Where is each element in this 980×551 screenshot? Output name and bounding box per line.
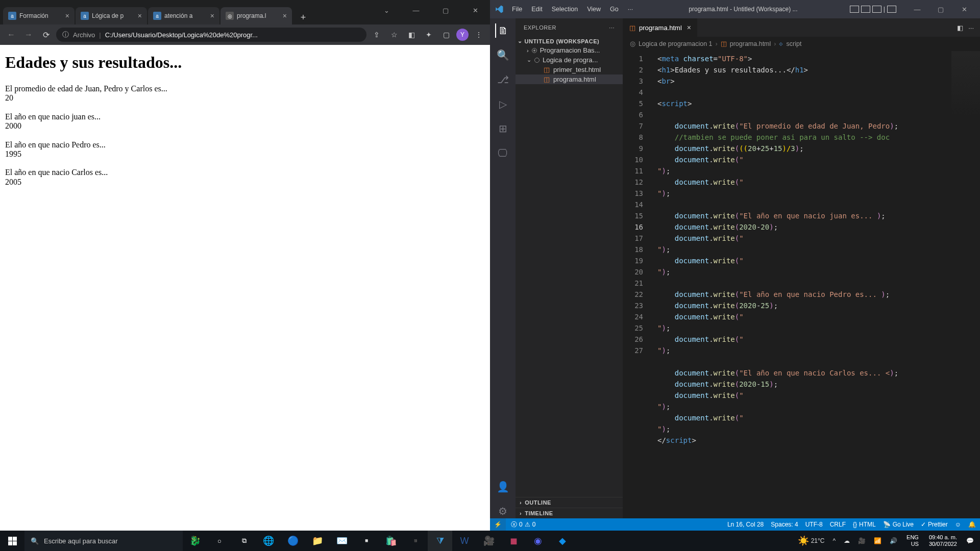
cursor-position[interactable]: Ln 16, Col 28 (727, 521, 764, 528)
menu-edit[interactable]: Edit (528, 4, 546, 14)
tree-file[interactable]: ◫ primer_test.html (516, 65, 623, 74)
indentation-status[interactable]: Spaces: 4 (771, 521, 798, 528)
wifi-icon[interactable]: 📶 (871, 537, 885, 544)
gear-icon[interactable]: ⚙ (496, 504, 510, 518)
menu-go[interactable]: Go (606, 4, 622, 14)
address-bar[interactable]: ⓘ Archivo | C:/Users/Usuario/Desktop/Log… (56, 28, 366, 42)
encoding-status[interactable]: UTF-8 (805, 521, 823, 528)
close-icon[interactable]: × (210, 12, 214, 20)
taskbar-search[interactable]: 🔍 Escribe aquí para buscar (24, 531, 183, 551)
language-mode[interactable]: {} HTML (853, 521, 876, 528)
source-control-icon[interactable]: ⎇ (496, 72, 510, 87)
maximize-button[interactable]: ▢ (431, 0, 460, 20)
workspace-root[interactable]: ⌄ UNTITLED (WORKSPACE) (516, 37, 623, 45)
new-tab-button[interactable]: + (296, 10, 310, 24)
kebab-menu-icon[interactable]: ⋮ (472, 28, 486, 42)
menu-selection[interactable]: Selection (548, 4, 581, 14)
back-button[interactable]: ← (4, 28, 18, 42)
onedrive-icon[interactable]: ☁ (841, 537, 853, 544)
clock[interactable]: 09:40 a. m.30/07/2022 (925, 534, 961, 547)
menu-more[interactable]: ··· (624, 4, 636, 14)
app-icon[interactable]: ◼ (501, 531, 526, 551)
terminal-app-icon[interactable]: ▪️ (403, 531, 428, 551)
layout-controls[interactable]: | (850, 6, 896, 13)
prettier-status[interactable]: ✓ Prettier (921, 521, 948, 528)
notifications-icon[interactable]: 🔔 (968, 521, 976, 528)
app-icon[interactable]: ◧ (404, 28, 419, 42)
customize-layout-icon[interactable] (887, 6, 896, 13)
word-app-icon[interactable]: W (452, 531, 477, 551)
maximize-button[interactable]: ▢ (929, 0, 952, 18)
bookmark-star-icon[interactable]: ☆ (387, 28, 401, 42)
chrome-tab-2[interactable]: a atención a × (148, 7, 219, 24)
search-icon[interactable]: 🔍 (496, 48, 510, 62)
minimize-button[interactable]: — (905, 0, 929, 18)
notifications-icon[interactable]: 💬 (963, 537, 977, 544)
tray-overflow-icon[interactable]: ^ (829, 537, 839, 544)
code-editor[interactable]: 1234567891011121314151617181920212223242… (623, 51, 980, 518)
close-icon[interactable]: × (687, 23, 691, 32)
menu-view[interactable]: View (583, 4, 604, 14)
panel-left-icon[interactable] (850, 6, 859, 13)
more-icon[interactable]: ··· (968, 24, 974, 32)
eol-status[interactable]: CRLF (830, 521, 846, 528)
teamviewer-app-icon[interactable]: ◆ (550, 531, 575, 551)
device-icon[interactable]: ▢ (439, 28, 453, 42)
explorer-app-icon[interactable]: 📁 (305, 531, 330, 551)
breadcrumb-segment[interactable]: programa.html (730, 40, 771, 47)
tree-folder[interactable]: › Programacion Bas... (516, 45, 623, 55)
chevron-down-icon[interactable]: ⌄ (372, 0, 401, 20)
forward-button[interactable]: → (21, 28, 36, 42)
start-button[interactable] (0, 531, 24, 551)
chrome-tab-1[interactable]: a Lógica de p × (76, 7, 147, 24)
extensions-icon[interactable]: ⊞ (496, 121, 510, 136)
run-debug-icon[interactable]: ▷ (496, 97, 510, 111)
more-icon[interactable]: ··· (609, 24, 615, 31)
close-icon[interactable]: × (283, 12, 287, 20)
editor-tab[interactable]: ◫ programa.html × (623, 18, 698, 37)
chrome-tab-3[interactable]: ◎ programa.l × (220, 7, 292, 24)
outline-section[interactable]: › OUTLINE (516, 497, 623, 508)
cortana-icon[interactable]: ○ (207, 531, 232, 551)
edge-app-icon[interactable]: 🔵 (281, 531, 305, 551)
profile-avatar[interactable]: Y (456, 29, 469, 41)
remote-explorer-icon[interactable]: 🖵 (496, 146, 510, 160)
panel-bottom-icon[interactable] (861, 6, 870, 13)
store-app-icon[interactable]: 🛍️ (379, 531, 403, 551)
zoom-app-icon[interactable]: 🎥 (477, 531, 501, 551)
go-live-button[interactable]: 📡 Go Live (883, 521, 914, 528)
app-icon[interactable]: ▫️ (354, 531, 379, 551)
close-button[interactable]: ✕ (952, 0, 976, 18)
tree-file[interactable]: ◫ programa.html (516, 74, 623, 84)
feedback-icon[interactable]: ☺ (955, 521, 961, 528)
menu-file[interactable]: File (508, 4, 526, 14)
minimize-button[interactable]: — (401, 0, 431, 20)
minimap[interactable] (951, 51, 980, 143)
extensions-icon[interactable]: ✦ (422, 28, 436, 42)
task-view-icon[interactable]: ⧉ (232, 531, 256, 551)
breadcrumb[interactable]: ◎ Logica de programacion 1 › ◫ programa.… (623, 37, 980, 51)
reload-button[interactable]: ⟳ (39, 28, 53, 42)
tree-folder[interactable]: ⌄ Logica de progra... (516, 55, 623, 65)
taskbar-widget[interactable]: 🐉 (183, 531, 207, 551)
close-icon[interactable]: × (138, 12, 142, 20)
language-indicator[interactable]: ENGUS (902, 534, 923, 547)
explorer-icon[interactable]: 🗎 (495, 23, 509, 38)
meet-now-icon[interactable]: 🎥 (855, 537, 869, 544)
split-editor-icon[interactable]: ◧ (957, 24, 963, 32)
breadcrumb-segment[interactable]: script (786, 40, 801, 47)
mail-app-icon[interactable]: ✉️ (330, 531, 354, 551)
panel-right-icon[interactable] (872, 6, 881, 13)
remote-indicator[interactable]: ⚡ (490, 518, 506, 531)
chrome-tab-0[interactable]: a Formación × (3, 7, 75, 24)
problems-status[interactable]: ⓧ 0 ⚠ 0 (511, 520, 535, 529)
vscode-app-icon[interactable]: ⧩ (428, 531, 452, 551)
timeline-section[interactable]: › TIMELINE (516, 508, 623, 518)
code-content[interactable]: <meta charset="UTF-8"><h1>Edades y sus r… (650, 51, 980, 518)
discord-app-icon[interactable]: ◉ (526, 531, 550, 551)
volume-icon[interactable]: 🔊 (887, 537, 900, 544)
breadcrumb-segment[interactable]: Logica de programacion 1 (639, 40, 713, 47)
close-icon[interactable]: × (65, 12, 69, 20)
close-button[interactable]: ✕ (460, 0, 490, 20)
share-icon[interactable]: ⇪ (370, 28, 384, 42)
